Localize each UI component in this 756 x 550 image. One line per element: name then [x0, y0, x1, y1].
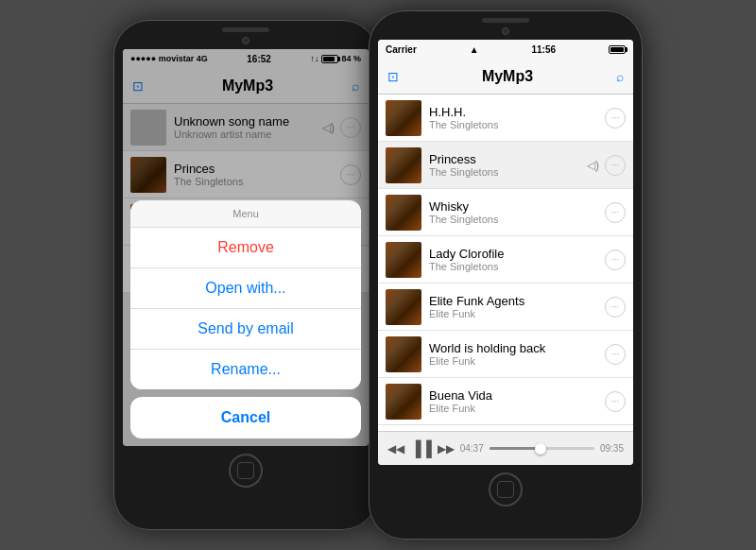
right-thumb-0	[386, 100, 421, 136]
right-home-btn[interactable]	[489, 473, 523, 507]
right-more-btn-1[interactable]: ···	[605, 155, 626, 176]
right-carrier: Carrier	[386, 44, 417, 55]
right-wifi-icon: ▲	[470, 44, 479, 55]
right-thumb-img-4	[386, 289, 421, 325]
right-thumb-img-1	[386, 147, 421, 183]
right-song-name-5: World is holding back	[429, 341, 597, 355]
context-menu-cancel[interactable]: Cancel	[130, 397, 361, 438]
right-song-info-6: Buena Vida Elite Funk	[429, 388, 597, 414]
right-song-item-6[interactable]: Buena Vida Elite Funk ···	[378, 378, 633, 425]
right-thumb-img-0	[386, 100, 421, 136]
right-thumb-img-2	[386, 195, 421, 231]
progress-bar[interactable]	[490, 447, 594, 450]
right-song-info-4: Elite Funk Agents Elite Funk	[429, 294, 597, 319]
right-camera	[502, 27, 509, 35]
right-song-info-5: World is holding back Elite Funk	[429, 341, 597, 367]
right-thumb-6	[386, 384, 421, 420]
right-song-name-2: Whisky	[429, 199, 597, 214]
right-player-bar: ◀◀ ▐▐ ▶▶ 04:37 09:35	[378, 431, 633, 465]
right-song-actions-4: ···	[605, 297, 626, 318]
right-song-artist-3: The Singletons	[429, 261, 597, 272]
right-song-name-1: Princess	[429, 152, 579, 166]
right-song-item-5[interactable]: World is holding back Elite Funk ···	[378, 331, 633, 378]
right-more-btn-5[interactable]: ···	[605, 344, 626, 365]
context-menu-send-email[interactable]: Send by email	[130, 309, 361, 350]
right-battery	[609, 45, 626, 54]
right-song-actions-3: ···	[605, 249, 626, 270]
right-song-actions-2: ···	[605, 202, 626, 223]
right-song-info-0: H.H.H. The Singletons	[429, 105, 597, 130]
total-time: 09:35	[600, 443, 624, 454]
right-song-item-1[interactable]: Princess The Singletons ◁) ···	[378, 142, 633, 189]
right-song-name-6: Buena Vida	[429, 388, 597, 403]
right-more-btn-0[interactable]: ···	[605, 108, 626, 129]
right-thumb-img-3	[386, 242, 421, 278]
context-menu-remove[interactable]: Remove	[130, 228, 361, 268]
right-song-artist-6: Elite Funk	[429, 403, 597, 414]
right-song-info-1: Princess The Singletons	[429, 152, 579, 178]
left-screen: ●●●●● movistar 4G 16:52 ↑↓ 84 % ⊡ MyMp3 …	[123, 49, 369, 446]
right-song-actions-6: ···	[605, 391, 626, 412]
right-song-info-3: Lady Clorofile The Singletons	[429, 247, 597, 272]
right-song-artist-1: The Singletons	[429, 166, 579, 178]
right-thumb-2	[386, 195, 421, 231]
right-song-item-4[interactable]: Elite Funk Agents Elite Funk ···	[378, 284, 633, 331]
right-song-artist-2: The Singletons	[429, 214, 597, 225]
right-screen: Carrier ▲ 11:56 ⊡ MyMp3 ⌕ H.H.H. The Sin…	[378, 40, 633, 465]
right-time: 11:56	[532, 44, 557, 55]
left-home-btn-inner	[237, 462, 254, 479]
left-speaker	[222, 27, 269, 32]
right-song-name-4: Elite Funk Agents	[429, 294, 597, 308]
right-speaker	[482, 18, 529, 23]
left-home-btn[interactable]	[229, 454, 263, 488]
right-thumb-5	[386, 336, 421, 372]
right-home-btn-inner	[497, 481, 514, 498]
context-menu-overlay: Menu Remove Open with... Send by email R…	[123, 49, 369, 446]
right-thumb-4	[386, 289, 421, 325]
right-song-artist-0: The Singletons	[429, 119, 597, 130]
context-menu-open-with[interactable]: Open with...	[130, 268, 361, 309]
right-more-btn-6[interactable]: ···	[605, 391, 626, 412]
right-more-btn-2[interactable]: ···	[605, 202, 626, 223]
current-time: 04:37	[460, 443, 484, 454]
right-more-btn-4[interactable]: ···	[605, 297, 626, 318]
right-song-item-2[interactable]: Whisky The Singletons ···	[378, 189, 633, 236]
fast-forward-btn[interactable]: ▶▶	[438, 442, 455, 455]
right-more-btn-3[interactable]: ···	[605, 249, 626, 270]
right-battery-fill	[610, 47, 624, 52]
left-camera	[242, 37, 249, 44]
progress-fill	[490, 447, 537, 450]
play-pause-btn[interactable]: ▐▐	[410, 440, 432, 457]
right-song-item-0[interactable]: H.H.H. The Singletons ···	[378, 95, 633, 142]
rewind-btn[interactable]: ◀◀	[387, 442, 404, 455]
right-song-actions-5: ···	[605, 344, 626, 365]
right-thumb-img-5	[386, 336, 421, 372]
right-search-icon[interactable]: ⌕	[616, 69, 624, 84]
right-thumb-img-7	[386, 431, 421, 432]
right-speaker-icon-1: ◁)	[587, 159, 599, 172]
right-thumb-3	[386, 242, 421, 278]
context-menu-rename[interactable]: Rename...	[130, 350, 361, 389]
right-song-info-2: Whisky The Singletons	[429, 199, 597, 225]
context-menu: Menu Remove Open with... Send by email R…	[130, 200, 361, 389]
right-thumb-img-6	[386, 384, 421, 420]
right-song-actions-1: ◁) ···	[587, 155, 626, 176]
right-thumb-1	[386, 147, 421, 183]
right-nav-bar: ⊡ MyMp3 ⌕	[378, 59, 633, 95]
left-phone: ●●●●● movistar 4G 16:52 ↑↓ 84 % ⊡ MyMp3 …	[113, 20, 378, 530]
context-menu-title: Menu	[130, 200, 361, 228]
right-status-bar: Carrier ▲ 11:56	[378, 40, 633, 59]
right-song-item-3[interactable]: Lady Clorofile The Singletons ···	[378, 236, 633, 284]
progress-knob[interactable]	[535, 443, 546, 455]
right-book-icon[interactable]: ⊡	[387, 69, 399, 84]
right-app-title: MyMp3	[482, 68, 533, 85]
right-song-artist-4: Elite Funk	[429, 308, 597, 319]
right-song-name-3: Lady Clorofile	[429, 247, 597, 261]
right-song-artist-5: Elite Funk	[429, 355, 597, 367]
right-phone: Carrier ▲ 11:56 ⊡ MyMp3 ⌕ H.H.H. The Sin…	[369, 10, 643, 540]
right-song-actions-0: ···	[605, 108, 626, 129]
right-song-list: H.H.H. The Singletons ··· Princess The S…	[378, 95, 633, 431]
right-song-name-0: H.H.H.	[429, 105, 597, 119]
right-thumb-7	[386, 431, 421, 432]
